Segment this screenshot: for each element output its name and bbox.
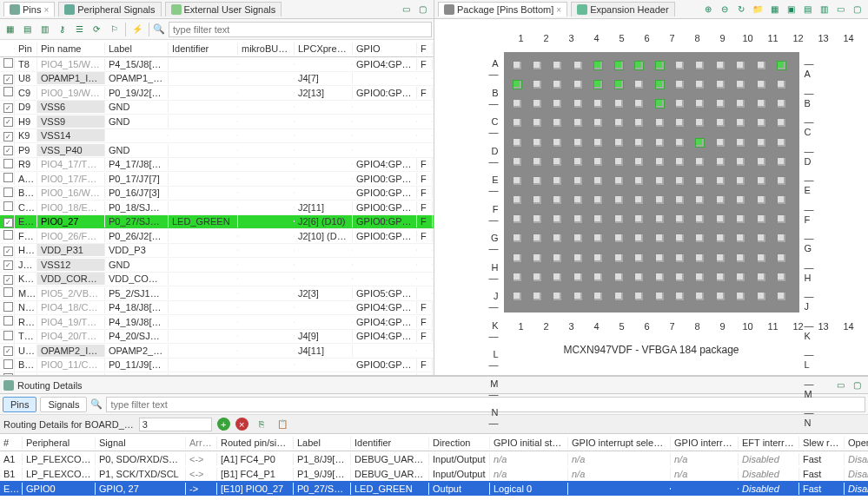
- bga-ball[interactable]: [553, 80, 562, 89]
- pin-row[interactable]: ✓D9VSS6GND: [0, 101, 434, 115]
- bga-ball[interactable]: [675, 138, 685, 148]
- tab-external-signals[interactable]: External User Signals: [165, 2, 282, 16]
- pin-row[interactable]: A10PIO0_17/FC0_P1…P0_17/J7[7]GPIO0:GPIO,…: [0, 172, 434, 187]
- pin-row[interactable]: C9PIO0_19/WUU0_…P0_19/J2[13]/J7[1]J2[13]…: [0, 86, 434, 101]
- bga-ball[interactable]: [675, 273, 685, 282]
- checkbox[interactable]: [3, 230, 13, 240]
- bga-ball[interactable]: [593, 99, 603, 109]
- bga-ball[interactable]: [757, 234, 766, 243]
- bga-ball[interactable]: [655, 273, 665, 282]
- bga-ball[interactable]: [716, 118, 726, 128]
- bga-ball[interactable]: [675, 118, 685, 128]
- pin-row[interactable]: ✓U10OPAMP2_INNOPAMP2_INN/R…J4[11]: [0, 344, 434, 359]
- bga-ball[interactable]: [716, 195, 726, 205]
- pin-row[interactable]: ✓J10VSS12GND: [0, 258, 434, 273]
- bga-ball[interactable]: [716, 61, 726, 70]
- bga-ball[interactable]: [573, 61, 583, 70]
- bga-ball[interactable]: [736, 292, 745, 301]
- pin-row[interactable]: F10PIO0_26/FC1_P2…P0_26/J2[10]J2[10] (D1…: [0, 229, 434, 244]
- bga-ball[interactable]: [655, 80, 665, 89]
- rotate2-icon[interactable]: ▤: [799, 2, 815, 17]
- bga-ball[interactable]: [675, 292, 685, 301]
- bga-ball[interactable]: [593, 273, 603, 282]
- bga-ball[interactable]: [716, 80, 726, 89]
- bga-ball[interactable]: [513, 292, 522, 301]
- bga-ball[interactable]: [533, 292, 542, 301]
- bga-ball[interactable]: [513, 176, 522, 186]
- bga-ball[interactable]: [593, 61, 603, 70]
- bga-ball[interactable]: [614, 99, 624, 109]
- bga-ball[interactable]: [513, 138, 522, 148]
- bga-ball[interactable]: [655, 253, 665, 263]
- bga-ball[interactable]: [655, 292, 665, 301]
- bga-ball[interactable]: [593, 176, 603, 186]
- bga-ball[interactable]: [655, 176, 665, 186]
- checkbox[interactable]: [3, 331, 13, 340]
- bga-ball[interactable]: [533, 118, 542, 128]
- bga-ball[interactable]: [634, 118, 644, 128]
- checkbox[interactable]: [3, 159, 13, 168]
- bga-ball[interactable]: [513, 118, 522, 128]
- tab-expansion-header[interactable]: Expansion Header: [571, 2, 675, 16]
- routing-row[interactable]: A1LP_FLEXCOMM4P0, SDO/RXD/SDA<->[A1] FC4…: [0, 451, 868, 466]
- bga-ball[interactable]: [655, 157, 665, 167]
- bga-ball[interactable]: [553, 61, 562, 70]
- tree-view-icon[interactable]: ▤: [19, 22, 35, 37]
- bga-ball[interactable]: [634, 138, 644, 148]
- pin-row[interactable]: ✓U8OPAMP1_INNOPAMP1_INN/R…J4[7]: [0, 72, 434, 87]
- grid-toggle-icon[interactable]: ▭: [832, 2, 848, 17]
- bga-ball[interactable]: [513, 195, 522, 205]
- bga-ball[interactable]: [573, 253, 583, 263]
- bga-ball[interactable]: [614, 273, 624, 282]
- bga-ball[interactable]: [675, 99, 685, 109]
- pin-row[interactable]: ✓E10PIO0_27P0_27/SJ6[1]LED_GREENJ2[6] (D…: [0, 215, 434, 230]
- resources-icon[interactable]: ▥: [816, 2, 832, 17]
- bga-ball[interactable]: [757, 292, 766, 301]
- refresh-icon[interactable]: ↻: [733, 2, 749, 17]
- columns-icon[interactable]: ▥: [36, 22, 52, 37]
- bga-ball[interactable]: [593, 118, 603, 128]
- bga-ball[interactable]: [716, 234, 726, 243]
- bga-ball[interactable]: [675, 80, 685, 89]
- checkbox[interactable]: ✓: [3, 146, 13, 155]
- zoom-out-icon[interactable]: ⊖: [717, 2, 732, 17]
- pin-row[interactable]: ✓K9VSS14: [0, 129, 434, 144]
- bga-ball[interactable]: [573, 99, 583, 109]
- bga-ball[interactable]: [533, 176, 542, 186]
- maximize-icon[interactable]: ▢: [849, 378, 865, 393]
- checkbox[interactable]: [3, 359, 13, 369]
- minimize-icon[interactable]: ▢: [849, 2, 865, 17]
- bga-ball[interactable]: [533, 273, 542, 282]
- bga-ball[interactable]: [655, 138, 665, 148]
- bga-ball[interactable]: [533, 138, 542, 148]
- add-button[interactable]: +: [217, 418, 230, 431]
- bga-ball[interactable]: [777, 292, 786, 301]
- bga-ball[interactable]: [533, 195, 542, 205]
- bga-ball[interactable]: [757, 80, 766, 89]
- bga-ball[interactable]: [757, 118, 766, 128]
- checkbox[interactable]: ✓: [3, 247, 13, 256]
- checkbox[interactable]: [3, 373, 13, 375]
- bga-ball[interactable]: [695, 99, 705, 109]
- bga-ball[interactable]: [716, 292, 726, 301]
- pin-row[interactable]: T10PIO4_20/TRIG_I…P4_20/SJ21[1]/J8[…J4[9…: [0, 330, 434, 345]
- bga-ball[interactable]: [634, 176, 644, 186]
- bga-ball[interactable]: [553, 157, 562, 167]
- bga-ball[interactable]: [777, 61, 786, 70]
- checkbox[interactable]: [3, 316, 13, 326]
- bga-ball[interactable]: [573, 176, 583, 186]
- bga-ball[interactable]: [777, 214, 786, 224]
- checkbox[interactable]: ✓: [3, 117, 13, 127]
- bga-ball[interactable]: [614, 292, 624, 301]
- bga-ball[interactable]: [757, 61, 766, 70]
- bga-ball[interactable]: [695, 273, 705, 282]
- bga-ball[interactable]: [777, 99, 786, 109]
- bga-ball[interactable]: [716, 273, 726, 282]
- bga-ball[interactable]: [777, 80, 786, 89]
- bga-ball[interactable]: [695, 234, 705, 243]
- lightning-icon[interactable]: ⚡: [129, 22, 145, 37]
- bga-ball[interactable]: [736, 253, 745, 263]
- pin-row[interactable]: ✓H9VSS9GND: [0, 115, 434, 129]
- bga-ball[interactable]: [777, 234, 786, 243]
- refresh-icon[interactable]: ⟳: [89, 22, 104, 37]
